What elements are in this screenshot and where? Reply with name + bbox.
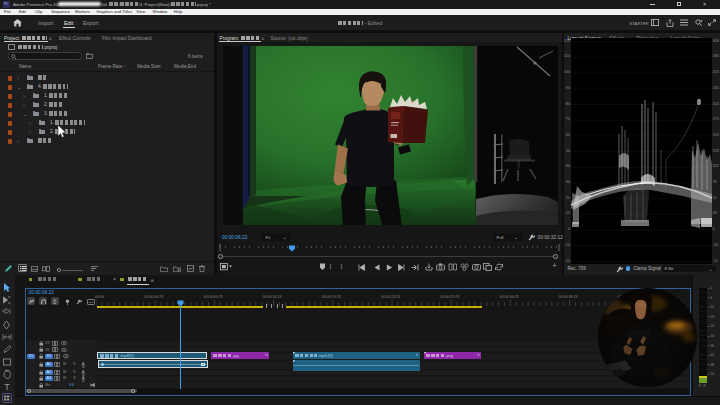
- svg-text:T: T: [4, 382, 10, 392]
